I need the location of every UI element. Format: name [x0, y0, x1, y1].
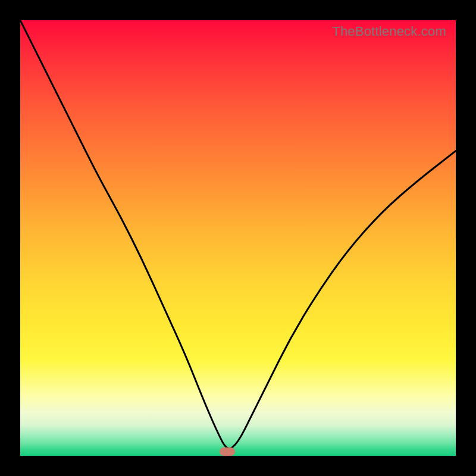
optimal-point-marker: [220, 447, 235, 456]
bottleneck-curve: [20, 20, 456, 456]
curve-path: [20, 20, 456, 448]
chart-frame: TheBottleneck.com: [0, 0, 476, 476]
plot-area: TheBottleneck.com: [20, 20, 456, 456]
